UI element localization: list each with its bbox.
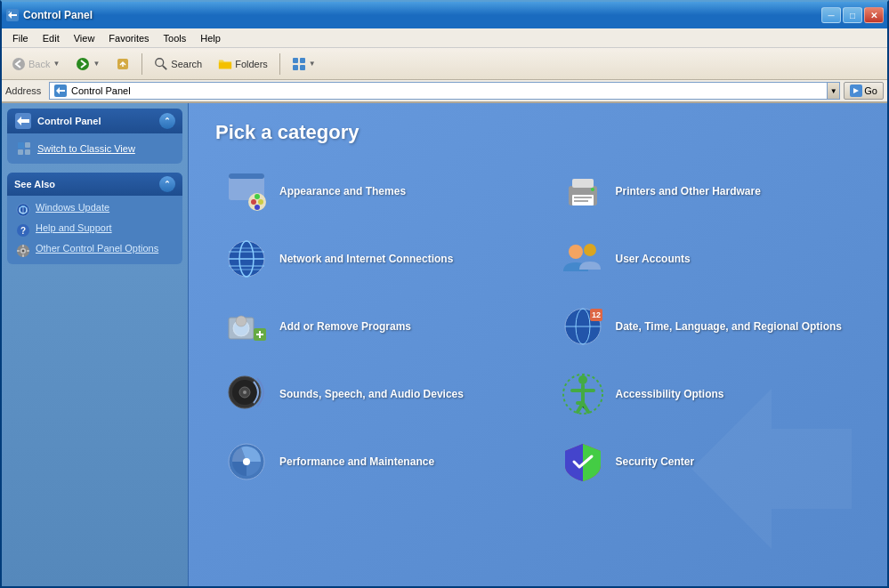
see-also-windows-update[interactable]: Windows Update [7, 199, 182, 220]
forward-dropdown-icon[interactable]: ▼ [93, 60, 100, 68]
svg-rect-7 [300, 58, 305, 63]
address-icon: Control Panel [49, 82, 828, 100]
svg-point-36 [255, 205, 260, 210]
sidebar-cp-title: Control Panel [37, 116, 101, 126]
appearance-icon [224, 169, 269, 213]
cp-collapse-btn[interactable]: ⌃ [159, 113, 175, 129]
svg-rect-9 [300, 65, 305, 70]
close-button[interactable]: ✕ [864, 7, 884, 23]
accessibility-label[interactable]: Accessibility Options [616, 388, 724, 400]
sidebar-see-also-section: See Also ⌃ [7, 173, 182, 264]
svg-rect-16 [25, 149, 30, 155]
see-also-help-support[interactable]: ? Help and Support [7, 220, 182, 240]
printers-label[interactable]: Printers and Other Hardware [616, 185, 761, 197]
svg-line-5 [163, 65, 166, 68]
svg-point-33 [251, 199, 256, 205]
category-appearance[interactable]: Appearance and Themes [215, 162, 525, 221]
address-value[interactable]: Control Panel [71, 85, 131, 96]
category-accessibility[interactable]: Accessibility Options [552, 365, 861, 423]
window-title: Control Panel [23, 9, 821, 21]
svg-rect-14 [25, 142, 30, 148]
windows-update-icon [16, 203, 30, 217]
back-icon [12, 57, 26, 71]
see-also-title: See Also [14, 179, 55, 189]
performance-label[interactable]: Performance and Maintenance [279, 455, 434, 468]
svg-rect-8 [293, 65, 298, 70]
datetime-label[interactable]: Date, Time, Language, and Regional Optio… [616, 320, 842, 333]
help-support-label: Help and Support [36, 222, 112, 233]
svg-point-50 [569, 245, 583, 259]
svg-text:?: ? [20, 226, 26, 236]
menu-view[interactable]: View [67, 31, 102, 45]
performance-icon [224, 439, 269, 484]
content-area: Pick a category [189, 103, 887, 586]
other-options-label: Other Control Panel Options [36, 243, 158, 254]
go-button[interactable]: Go [844, 82, 884, 100]
menu-edit[interactable]: Edit [36, 31, 67, 45]
switch-view-link[interactable]: Switch to Classic View [7, 137, 182, 160]
menu-help[interactable]: Help [193, 31, 228, 45]
page-title: Pick a category [215, 121, 861, 144]
network-label[interactable]: Network and Internet Connections [279, 253, 453, 265]
svg-point-55 [236, 316, 246, 326]
see-also-other-options[interactable]: Other Control Panel Options [7, 240, 182, 261]
appearance-label[interactable]: Appearance and Themes [279, 185, 406, 197]
category-printers[interactable]: Printers and Other Hardware [552, 162, 861, 221]
sidebar-cp-header[interactable]: Control Panel ⌃ [7, 109, 182, 133]
sidebar: Control Panel ⌃ [2, 103, 189, 586]
see-also-collapse-btn[interactable]: ⌃ [159, 176, 175, 192]
forward-button[interactable]: ▼ [69, 53, 106, 75]
category-security[interactable]: Security Center [552, 432, 861, 491]
datetime-icon: 12 [561, 304, 605, 349]
address-label: Address [5, 85, 45, 96]
svg-rect-31 [229, 173, 264, 179]
users-label[interactable]: User Accounts [616, 253, 691, 265]
help-support-icon: ? [16, 223, 30, 238]
add-remove-icon [224, 304, 269, 349]
window: Control Panel ─ □ ✕ File Edit View Favor… [0, 0, 889, 588]
menu-file[interactable]: File [5, 31, 36, 45]
address-dropdown[interactable]: ▼ [828, 82, 840, 100]
menu-bar: File Edit View Favorites Tools Help [2, 28, 887, 48]
svg-point-34 [255, 194, 260, 199]
printers-icon [561, 169, 605, 213]
security-label[interactable]: Security Center [616, 455, 695, 468]
category-performance[interactable]: Performance and Maintenance [215, 432, 525, 491]
forward-icon [76, 57, 90, 71]
svg-point-68 [578, 375, 587, 384]
svg-rect-13 [18, 142, 24, 149]
menu-favorites[interactable]: Favorites [101, 31, 156, 45]
back-button[interactable]: Back ▼ [5, 53, 66, 75]
sounds-label[interactable]: Sounds, Speech, and Audio Devices [279, 388, 464, 400]
category-sounds[interactable]: Sounds, Speech, and Audio Devices [215, 365, 525, 423]
svg-rect-6 [293, 58, 298, 63]
toolbar-separator-1 [141, 53, 142, 75]
up-button[interactable] [109, 53, 136, 75]
title-bar: Control Panel ─ □ ✕ [2, 2, 887, 28]
toolbar-separator-2 [279, 53, 280, 75]
back-dropdown-icon[interactable]: ▼ [53, 60, 60, 68]
category-datetime[interactable]: 12 Date, Time, Language, and Regional Op… [552, 297, 861, 356]
category-network[interactable]: Network and Internet Connections [215, 230, 525, 288]
sidebar-see-also-header[interactable]: See Also ⌃ [7, 173, 182, 196]
go-icon [850, 85, 862, 97]
menu-tools[interactable]: Tools [157, 31, 194, 45]
maximize-button[interactable]: □ [843, 7, 862, 23]
folder-icon [218, 57, 232, 71]
svg-rect-39 [572, 179, 594, 188]
minimize-button[interactable]: ─ [821, 7, 841, 23]
users-icon [561, 237, 605, 281]
search-button[interactable]: Search [148, 53, 208, 75]
add-remove-label[interactable]: Add or Remove Programs [279, 320, 411, 333]
sidebar-control-panel-section: Control Panel ⌃ [7, 109, 182, 164]
views-button[interactable]: ▼ [286, 53, 322, 75]
views-dropdown-icon[interactable]: ▼ [309, 60, 316, 68]
svg-rect-15 [18, 149, 23, 155]
folders-button[interactable]: Folders [212, 53, 274, 75]
category-add-remove[interactable]: Add or Remove Programs [215, 297, 525, 356]
svg-point-71 [243, 458, 250, 465]
classic-view-icon [16, 141, 32, 157]
category-users[interactable]: User Accounts [552, 230, 861, 288]
views-icon [292, 57, 306, 71]
svg-point-1 [12, 58, 25, 70]
